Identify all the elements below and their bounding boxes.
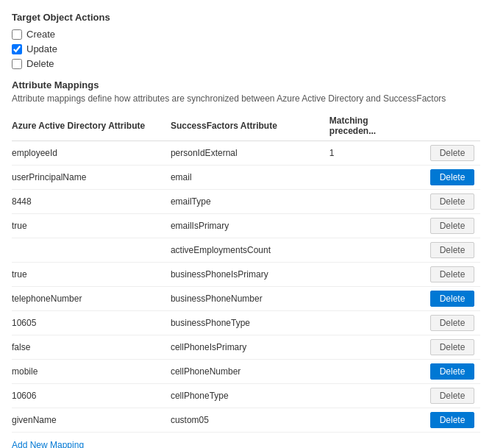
checkbox-row-create: Create <box>12 29 480 40</box>
cell-action: Delete <box>417 238 480 263</box>
cell-sf: custom05 <box>171 408 329 433</box>
cell-aad: telephoneNumber <box>12 287 171 311</box>
cell-action: Delete <box>417 384 480 408</box>
cell-sf: businessPhoneNumber <box>171 287 329 311</box>
cell-action: Delete <box>417 287 480 311</box>
cell-match <box>329 384 417 408</box>
checkbox-label-create: Create <box>26 29 55 40</box>
cell-aad: 8448 <box>12 190 171 214</box>
cell-action: Delete <box>417 190 480 214</box>
cell-aad: 10606 <box>12 384 171 408</box>
table-row: truebusinessPhoneIsPrimaryDelete <box>12 263 480 287</box>
cell-aad: mobile <box>12 360 171 384</box>
cell-sf: businessPhoneIsPrimary <box>171 263 329 287</box>
table-row: 8448emailTypeDelete <box>12 190 480 214</box>
cell-sf: cellPhoneIsPrimary <box>171 335 329 360</box>
table-row: 10605businessPhoneTypeDelete <box>12 311 480 335</box>
cell-match <box>329 166 417 190</box>
checkbox-row-delete: Delete <box>12 58 480 69</box>
delete-button[interactable]: Delete <box>430 339 474 355</box>
delete-button[interactable]: Delete <box>430 242 474 258</box>
checkbox-label-update: Update <box>26 43 57 54</box>
delete-button[interactable]: Delete <box>430 193 474 210</box>
cell-match <box>329 360 417 384</box>
cell-sf: email <box>171 166 329 190</box>
table-row: falsecellPhoneIsPrimaryDelete <box>12 335 480 360</box>
delete-button[interactable]: Delete <box>430 145 474 161</box>
cell-aad: false <box>12 335 171 360</box>
cell-sf: emailIsPrimary <box>171 214 329 238</box>
cell-action: Delete <box>417 166 480 190</box>
attribute-mappings-description: Attribute mappings define how attributes… <box>12 93 480 104</box>
cell-match <box>329 408 417 433</box>
cell-match <box>329 311 417 335</box>
cell-match: 1 <box>329 141 417 166</box>
cell-match <box>329 238 417 263</box>
delete-button[interactable]: Delete <box>430 363 474 380</box>
attribute-mappings-title: Attribute Mappings <box>12 79 480 90</box>
col-header-aad: Azure Active Directory Attribute <box>12 111 171 141</box>
table-row: telephoneNumberbusinessPhoneNumberDelete <box>12 287 480 311</box>
delete-button[interactable]: Delete <box>430 388 474 404</box>
cell-action: Delete <box>417 360 480 384</box>
cell-sf: emailType <box>171 190 329 214</box>
delete-button[interactable]: Delete <box>430 169 474 185</box>
table-row: mobilecellPhoneNumberDelete <box>12 360 480 384</box>
delete-button[interactable]: Delete <box>430 291 474 307</box>
cell-sf: businessPhoneType <box>171 311 329 335</box>
cell-action: Delete <box>417 311 480 335</box>
cell-aad: true <box>12 214 171 238</box>
cell-action: Delete <box>417 335 480 360</box>
col-header-action <box>417 111 480 141</box>
cell-aad: givenName <box>12 408 171 433</box>
cell-action: Delete <box>417 408 480 433</box>
cell-aad: 10605 <box>12 311 171 335</box>
cell-sf: cellPhoneNumber <box>171 360 329 384</box>
table-row: activeEmploymentsCountDelete <box>12 238 480 263</box>
checkbox-update[interactable] <box>12 44 22 54</box>
cell-match <box>329 214 417 238</box>
checkbox-delete[interactable] <box>12 59 22 69</box>
delete-button[interactable]: Delete <box>430 266 474 282</box>
table-row: 10606cellPhoneTypeDelete <box>12 384 480 408</box>
attribute-mappings-table: Azure Active Directory Attribute Success… <box>12 111 480 433</box>
cell-match <box>329 190 417 214</box>
table-row: userPrincipalNameemailDelete <box>12 166 480 190</box>
target-object-actions-title: Target Object Actions <box>12 12 480 23</box>
cell-match <box>329 335 417 360</box>
checkbox-create[interactable] <box>12 29 22 40</box>
col-header-sf: SuccessFactors Attribute <box>171 111 329 141</box>
delete-button[interactable]: Delete <box>430 315 474 331</box>
cell-sf: activeEmploymentsCount <box>171 238 329 263</box>
cell-sf: cellPhoneType <box>171 384 329 408</box>
delete-button[interactable]: Delete <box>430 218 474 234</box>
cell-match <box>329 263 417 287</box>
add-new-mapping-link[interactable]: Add New Mapping <box>12 440 84 448</box>
checkbox-row-update: Update <box>12 43 480 54</box>
cell-action: Delete <box>417 263 480 287</box>
cell-aad <box>12 238 171 263</box>
cell-aad: true <box>12 263 171 287</box>
cell-action: Delete <box>417 141 480 166</box>
cell-sf: personIdExternal <box>171 141 329 166</box>
table-row: givenNamecustom05Delete <box>12 408 480 433</box>
table-row: trueemailIsPrimaryDelete <box>12 214 480 238</box>
delete-button[interactable]: Delete <box>430 412 474 428</box>
cell-aad: userPrincipalName <box>12 166 171 190</box>
cell-match <box>329 287 417 311</box>
checkbox-label-delete: Delete <box>26 58 54 69</box>
cell-action: Delete <box>417 214 480 238</box>
col-header-match: Matching preceden... <box>329 111 417 141</box>
table-row: employeeIdpersonIdExternal1Delete <box>12 141 480 166</box>
cell-aad: employeeId <box>12 141 171 166</box>
